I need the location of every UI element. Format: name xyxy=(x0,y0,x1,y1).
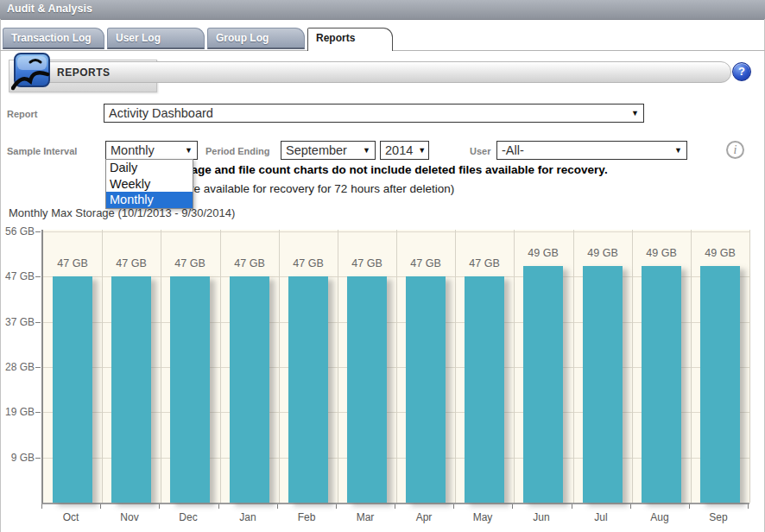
x-axis-category-label: Feb xyxy=(277,511,336,523)
report-select[interactable]: Activity Dashboard ▼ xyxy=(104,104,644,123)
y-axis-tick-mark xyxy=(35,322,41,323)
y-axis-tick-label: 47 GB xyxy=(2,270,35,282)
chart-bar xyxy=(642,266,681,503)
y-axis-tick-mark xyxy=(35,367,41,368)
dropdown-option-monthly[interactable]: Monthly xyxy=(106,192,193,208)
tab-label: User Log xyxy=(116,32,161,44)
bar-value-label: 47 GB xyxy=(43,257,102,269)
tab-label: Transaction Log xyxy=(11,32,92,44)
bar-value-label: 47 GB xyxy=(455,257,514,269)
tab-label: Reports xyxy=(316,32,355,44)
user-select-value: -All- xyxy=(502,143,524,157)
gridline-vertical xyxy=(279,230,280,503)
bar-value-label: 49 GB xyxy=(691,247,749,259)
help-button[interactable]: ? xyxy=(732,62,751,81)
sample-interval-label: Sample Interval xyxy=(7,146,77,156)
period-ending-year-select[interactable]: 2014 ▼ xyxy=(380,141,429,160)
chevron-down-icon: ▼ xyxy=(674,146,682,155)
y-axis-tick-mark xyxy=(35,412,41,413)
bar-value-label: 47 GB xyxy=(161,257,219,269)
x-axis-tick-mark xyxy=(689,504,690,509)
tab-user-log[interactable]: User Log xyxy=(107,28,205,49)
period-ending-label: Period Ending xyxy=(205,146,270,156)
bar-value-label: 49 GB xyxy=(632,247,691,259)
x-axis-category-label: Sep xyxy=(689,511,748,523)
x-axis-tick-mark xyxy=(41,504,42,509)
report-label: Report xyxy=(7,109,37,119)
x-axis-tick-mark xyxy=(630,504,631,509)
x-axis-category-label: Jan xyxy=(218,511,277,523)
chevron-down-icon: ▼ xyxy=(363,146,370,155)
dropdown-option-weekly[interactable]: Weekly xyxy=(106,176,193,193)
chart-bar xyxy=(288,276,328,503)
info-button[interactable]: i xyxy=(726,141,744,159)
gridline-vertical xyxy=(161,230,161,503)
chevron-down-icon: ▼ xyxy=(418,146,426,155)
tab-group-log[interactable]: Group Log xyxy=(207,28,305,49)
user-select[interactable]: -All- ▼ xyxy=(496,141,687,160)
user-label: User xyxy=(470,146,490,156)
x-axis-tick-mark xyxy=(395,504,395,509)
chart-plot-area: 47 GB47 GB47 GB47 GB47 GB47 GB47 GB47 GB… xyxy=(41,230,749,504)
gridline-vertical xyxy=(573,230,574,503)
gridline-vertical xyxy=(455,230,456,503)
x-axis-category-label: Nov xyxy=(100,511,159,523)
x-axis-tick-mark xyxy=(572,504,572,509)
info-icon: i xyxy=(734,143,737,156)
x-axis-tick-mark xyxy=(336,504,337,509)
period-ending-year-value: 2014 xyxy=(385,143,413,157)
gridline-vertical xyxy=(102,230,103,503)
y-axis-tick-label: 56 GB xyxy=(2,225,35,238)
x-axis-category-label: Jun xyxy=(512,511,571,523)
sample-interval-value: Monthly xyxy=(111,143,155,157)
chart-bar xyxy=(406,276,446,503)
x-axis-category-label: Oct xyxy=(41,511,100,523)
y-axis-tick-label: 28 GB xyxy=(2,361,35,373)
dropdown-option-daily[interactable]: Daily xyxy=(106,160,193,176)
x-axis-category-label: May xyxy=(453,511,512,523)
x-axis-category-label: Apr xyxy=(395,511,453,523)
chart-bar xyxy=(111,276,151,503)
tab-label: Group Log xyxy=(216,32,269,44)
tab-reports[interactable]: Reports xyxy=(307,28,393,51)
bar-value-label: 47 GB xyxy=(396,257,455,269)
storage-bar-chart: Monthly Max Storage (10/1/2013 - 9/30/20… xyxy=(0,204,765,532)
chart-bar xyxy=(53,276,92,503)
bar-value-label: 49 GB xyxy=(573,247,632,259)
y-axis-tick-label: 37 GB xyxy=(2,316,35,328)
gridline-vertical xyxy=(220,230,221,503)
bar-value-label: 49 GB xyxy=(514,247,572,259)
y-axis-tick-mark xyxy=(35,458,41,459)
help-icon: ? xyxy=(738,65,745,78)
reports-banner xyxy=(39,61,731,83)
page-title: REPORTS xyxy=(57,66,111,79)
y-axis-tick-label: 19 GB xyxy=(2,406,35,418)
x-axis-category-label: Dec xyxy=(159,511,218,523)
gridline-vertical xyxy=(514,230,515,503)
period-ending-month-value: September xyxy=(286,143,347,157)
gridline-vertical xyxy=(396,230,397,503)
chart-bar xyxy=(523,266,563,503)
bar-value-label: 47 GB xyxy=(279,257,338,269)
period-ending-month-select[interactable]: September ▼ xyxy=(281,141,376,160)
window-title: Audit & Analysis xyxy=(7,3,92,15)
chart-bar xyxy=(230,276,269,503)
y-axis-tick-label: 9 GB xyxy=(2,452,35,464)
y-axis-tick-mark xyxy=(35,276,41,277)
report-select-value: Activity Dashboard xyxy=(109,106,213,120)
x-axis-category-label: Aug xyxy=(630,511,689,523)
sample-interval-select[interactable]: Monthly ▼ xyxy=(105,141,198,160)
x-axis-tick-mark xyxy=(512,504,513,509)
chart-bar xyxy=(583,266,623,503)
sample-interval-dropdown-list: DailyWeeklyMonthly xyxy=(105,159,193,209)
x-axis-tick-mark xyxy=(218,504,219,509)
gridline-vertical xyxy=(338,230,338,503)
x-axis-tick-mark xyxy=(453,504,454,509)
tab-transaction-log[interactable]: Transaction Log xyxy=(3,28,104,49)
window-title-bar: Audit & Analysis xyxy=(0,0,765,20)
tab-bar: Transaction Log User Log Group Log Repor… xyxy=(0,28,765,51)
gridline-vertical xyxy=(749,230,750,503)
gridline-vertical xyxy=(632,230,633,503)
x-axis-category-label: Jul xyxy=(572,511,630,523)
birds-logo-icon xyxy=(11,52,53,92)
